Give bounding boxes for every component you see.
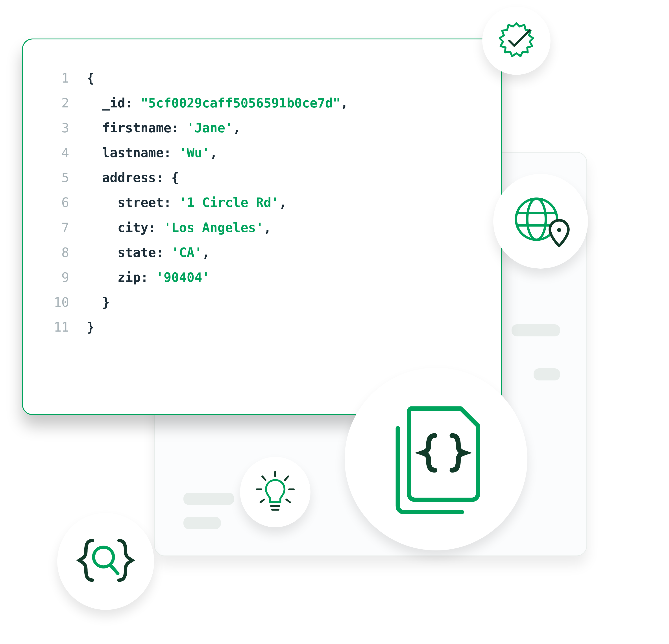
svg-line-8 <box>260 500 264 502</box>
line-number: 9 <box>36 265 69 290</box>
code-line: 7 city: 'Los Angeles' , <box>36 215 484 240</box>
brace-close-inner: } <box>102 290 110 315</box>
field-id-key: _id: <box>102 91 141 116</box>
line-number: 10 <box>36 290 69 315</box>
document-json-icon <box>345 368 527 550</box>
field-lastname-key: lastname: <box>102 141 179 165</box>
field-street-key: street: <box>118 190 179 215</box>
illustration-stage: 1 { 2 _id: "5cf0029caff5056591b0ce7d" , … <box>0 0 669 644</box>
svg-line-11 <box>110 565 118 574</box>
field-lastname-value: 'Wu' <box>179 141 210 165</box>
field-firstname-key: firstname: <box>102 116 187 141</box>
svg-point-1 <box>527 199 546 240</box>
line-number: 4 <box>36 141 69 165</box>
field-city-value: 'Los Angeles' <box>163 215 264 240</box>
field-zip-key: zip: <box>118 265 156 290</box>
field-id-value: "5cf0029caff5056591b0ce7d" <box>141 91 340 116</box>
verified-badge-icon <box>482 6 551 75</box>
svg-line-4 <box>262 476 266 480</box>
line-number: 3 <box>36 116 69 141</box>
field-state-value: 'CA' <box>171 240 202 265</box>
line-number: 6 <box>36 190 69 215</box>
code-line: 3 firstname: 'Jane' , <box>36 116 484 141</box>
code-line: 4 lastname: 'Wu' , <box>36 141 484 165</box>
line-number: 11 <box>36 315 69 340</box>
code-line: 6 street: '1 Circle Rd' , <box>36 190 484 215</box>
globe-location-icon <box>493 174 588 269</box>
line-number: 7 <box>36 215 69 240</box>
field-city-key: city: <box>118 215 164 240</box>
brace-open: { <box>87 66 95 91</box>
line-number: 1 <box>36 66 69 91</box>
line-number: 8 <box>36 240 69 265</box>
brace-search-icon <box>57 513 154 610</box>
code-line: 2 _id: "5cf0029caff5056591b0ce7d" , <box>36 91 484 116</box>
brace-close: } <box>87 315 95 340</box>
svg-line-9 <box>286 500 290 502</box>
line-number: 2 <box>36 91 69 116</box>
field-state-key: state: <box>118 240 171 265</box>
svg-point-2 <box>557 228 561 232</box>
code-line: 9 zip: '90404' <box>36 265 484 290</box>
field-firstname-value: 'Jane' <box>187 116 233 141</box>
lightbulb-icon <box>240 457 311 527</box>
field-zip-value: '90404' <box>156 265 210 290</box>
line-number: 5 <box>36 165 69 190</box>
code-line: 5 address: { <box>36 165 484 190</box>
code-line: 11 } <box>36 315 484 340</box>
svg-line-5 <box>285 476 288 480</box>
code-editor-card: 1 { 2 _id: "5cf0029caff5056591b0ce7d" , … <box>22 39 502 415</box>
code-line: 1 { <box>36 66 484 91</box>
code-line: 10 } <box>36 290 484 315</box>
field-address-key: address: <box>102 165 171 190</box>
code-line: 8 state: 'CA' , <box>36 240 484 265</box>
field-street-value: '1 Circle Rd' <box>179 190 279 215</box>
